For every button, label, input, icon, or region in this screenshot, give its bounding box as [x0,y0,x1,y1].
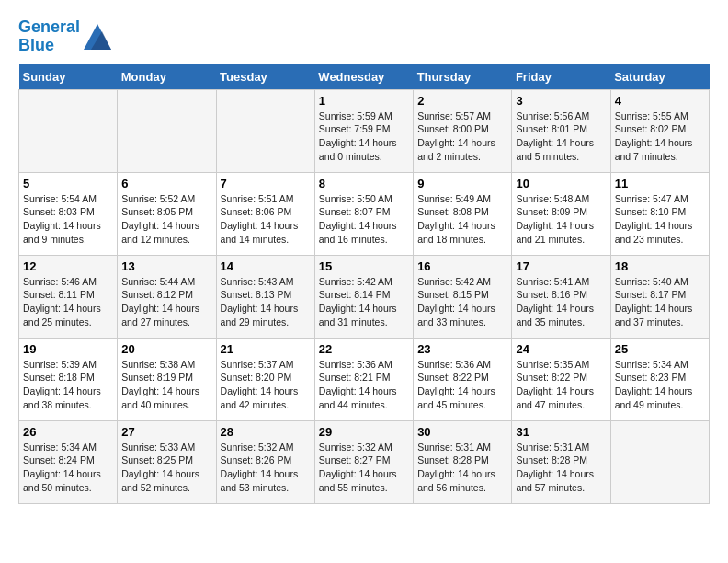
week-row-2: 5Sunrise: 5:54 AM Sunset: 8:03 PM Daylig… [19,172,710,255]
column-header-saturday: Saturday [610,64,709,90]
day-number: 10 [516,177,606,190]
day-info: Sunrise: 5:41 AM Sunset: 8:16 PM Dayligh… [516,275,606,329]
calendar-cell: 1Sunrise: 5:59 AM Sunset: 7:59 PM Daylig… [314,89,413,172]
day-number: 16 [417,259,507,273]
column-header-monday: Monday [118,64,216,90]
day-number: 13 [121,259,211,273]
column-header-sunday: Sunday [19,64,118,90]
day-number: 2 [417,94,507,108]
page-header: General Blue [18,18,710,55]
calendar-cell: 23Sunrise: 5:36 AM Sunset: 8:22 PM Dayli… [414,338,512,420]
calendar-cell [19,89,118,172]
column-header-wednesday: Wednesday [314,64,413,90]
calendar-cell: 14Sunrise: 5:43 AM Sunset: 8:13 PM Dayli… [216,255,314,338]
day-info: Sunrise: 5:35 AM Sunset: 8:22 PM Dayligh… [516,358,606,412]
day-info: Sunrise: 5:42 AM Sunset: 8:14 PM Dayligh… [319,275,409,329]
day-number: 28 [221,425,311,439]
day-info: Sunrise: 5:46 AM Sunset: 8:11 PM Dayligh… [23,275,113,329]
day-number: 11 [615,177,705,190]
calendar-cell: 6Sunrise: 5:52 AM Sunset: 8:05 PM Daylig… [118,172,216,255]
calendar-cell: 18Sunrise: 5:40 AM Sunset: 8:17 PM Dayli… [610,255,709,338]
calendar-cell: 25Sunrise: 5:34 AM Sunset: 8:23 PM Dayli… [610,338,709,420]
calendar-cell: 17Sunrise: 5:41 AM Sunset: 8:16 PM Dayli… [512,255,610,338]
calendar-cell: 27Sunrise: 5:33 AM Sunset: 8:25 PM Dayli… [118,420,216,503]
day-info: Sunrise: 5:57 AM Sunset: 8:00 PM Dayligh… [417,109,507,164]
calendar-cell [610,420,709,503]
day-number: 18 [615,259,705,273]
calendar-cell: 26Sunrise: 5:34 AM Sunset: 8:24 PM Dayli… [19,420,118,503]
logo-icon [84,24,111,50]
calendar-cell: 10Sunrise: 5:48 AM Sunset: 8:09 PM Dayli… [512,172,610,255]
day-info: Sunrise: 5:34 AM Sunset: 8:24 PM Dayligh… [23,441,113,495]
calendar-cell: 30Sunrise: 5:31 AM Sunset: 8:28 PM Dayli… [414,420,512,503]
calendar-cell: 8Sunrise: 5:50 AM Sunset: 8:07 PM Daylig… [314,172,413,255]
day-info: Sunrise: 5:49 AM Sunset: 8:08 PM Dayligh… [417,192,507,247]
calendar-cell: 24Sunrise: 5:35 AM Sunset: 8:22 PM Dayli… [512,338,610,420]
calendar-cell: 31Sunrise: 5:31 AM Sunset: 8:28 PM Dayli… [512,420,610,503]
day-info: Sunrise: 5:52 AM Sunset: 8:05 PM Dayligh… [121,192,211,247]
day-number: 4 [615,94,705,108]
day-info: Sunrise: 5:51 AM Sunset: 8:06 PM Dayligh… [221,192,311,247]
calendar-cell: 5Sunrise: 5:54 AM Sunset: 8:03 PM Daylig… [19,172,118,255]
day-number: 15 [319,259,409,273]
day-number: 25 [615,342,705,356]
day-number: 14 [221,259,311,273]
column-header-tuesday: Tuesday [216,64,314,90]
day-number: 9 [417,177,507,190]
day-number: 23 [417,342,507,356]
calendar-cell: 19Sunrise: 5:39 AM Sunset: 8:18 PM Dayli… [19,338,118,420]
day-info: Sunrise: 5:47 AM Sunset: 8:10 PM Dayligh… [615,192,705,247]
day-info: Sunrise: 5:42 AM Sunset: 8:15 PM Dayligh… [417,275,507,329]
day-number: 20 [121,342,211,356]
day-info: Sunrise: 5:39 AM Sunset: 8:18 PM Dayligh… [23,358,113,412]
calendar-cell: 4Sunrise: 5:55 AM Sunset: 8:02 PM Daylig… [610,89,709,172]
calendar-cell: 29Sunrise: 5:32 AM Sunset: 8:27 PM Dayli… [314,420,413,503]
calendar-cell [216,89,314,172]
calendar-cell: 9Sunrise: 5:49 AM Sunset: 8:08 PM Daylig… [414,172,512,255]
column-header-friday: Friday [512,64,610,90]
day-number: 3 [516,94,606,108]
day-info: Sunrise: 5:56 AM Sunset: 8:01 PM Dayligh… [516,109,606,164]
logo-blue: Blue [18,36,54,54]
day-number: 5 [23,177,113,190]
week-row-5: 26Sunrise: 5:34 AM Sunset: 8:24 PM Dayli… [19,420,710,503]
day-info: Sunrise: 5:44 AM Sunset: 8:12 PM Dayligh… [121,275,211,329]
day-info: Sunrise: 5:38 AM Sunset: 8:19 PM Dayligh… [121,358,211,412]
day-number: 29 [319,425,409,439]
calendar-cell: 7Sunrise: 5:51 AM Sunset: 8:06 PM Daylig… [216,172,314,255]
day-number: 27 [121,425,211,439]
column-header-thursday: Thursday [414,64,512,90]
day-info: Sunrise: 5:31 AM Sunset: 8:28 PM Dayligh… [417,441,507,495]
calendar-cell: 21Sunrise: 5:37 AM Sunset: 8:20 PM Dayli… [216,338,314,420]
day-number: 22 [319,342,409,356]
day-info: Sunrise: 5:59 AM Sunset: 7:59 PM Dayligh… [319,109,409,164]
day-info: Sunrise: 5:40 AM Sunset: 8:17 PM Dayligh… [615,275,705,329]
day-number: 26 [23,425,113,439]
day-info: Sunrise: 5:36 AM Sunset: 8:21 PM Dayligh… [319,358,409,412]
day-number: 24 [516,342,606,356]
day-info: Sunrise: 5:31 AM Sunset: 8:28 PM Dayligh… [516,441,606,495]
day-info: Sunrise: 5:37 AM Sunset: 8:20 PM Dayligh… [221,358,311,412]
day-number: 12 [23,259,113,273]
calendar-cell: 16Sunrise: 5:42 AM Sunset: 8:15 PM Dayli… [414,255,512,338]
day-info: Sunrise: 5:33 AM Sunset: 8:25 PM Dayligh… [121,441,211,495]
calendar-cell: 11Sunrise: 5:47 AM Sunset: 8:10 PM Dayli… [610,172,709,255]
calendar-cell: 22Sunrise: 5:36 AM Sunset: 8:21 PM Dayli… [314,338,413,420]
day-number: 19 [23,342,113,356]
day-number: 1 [319,94,409,108]
day-number: 7 [221,177,311,190]
day-info: Sunrise: 5:32 AM Sunset: 8:27 PM Dayligh… [319,441,409,495]
day-info: Sunrise: 5:36 AM Sunset: 8:22 PM Dayligh… [417,358,507,412]
day-info: Sunrise: 5:50 AM Sunset: 8:07 PM Dayligh… [319,192,409,247]
day-info: Sunrise: 5:34 AM Sunset: 8:23 PM Dayligh… [615,358,705,412]
header-row: SundayMondayTuesdayWednesdayThursdayFrid… [19,64,710,90]
week-row-3: 12Sunrise: 5:46 AM Sunset: 8:11 PM Dayli… [19,255,710,338]
logo: General Blue [18,18,111,55]
day-number: 17 [516,259,606,273]
logo-general: General [18,17,80,36]
day-info: Sunrise: 5:43 AM Sunset: 8:13 PM Dayligh… [221,275,311,329]
day-info: Sunrise: 5:54 AM Sunset: 8:03 PM Dayligh… [23,192,113,247]
week-row-1: 1Sunrise: 5:59 AM Sunset: 7:59 PM Daylig… [19,89,710,172]
day-number: 21 [221,342,311,356]
calendar-cell [118,89,216,172]
